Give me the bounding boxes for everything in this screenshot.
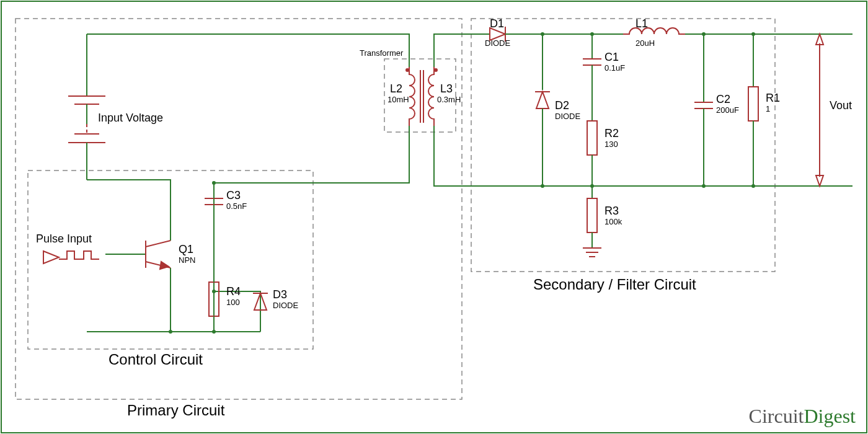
- r1-ref: R1: [766, 92, 780, 105]
- d3-val: DIODE: [273, 301, 298, 310]
- r3-val: 100k: [604, 217, 622, 226]
- svg-line-34: [146, 241, 170, 247]
- q1-ref: Q1: [179, 243, 193, 256]
- schematic-canvas: [0, 0, 868, 434]
- input-voltage-label: Input Voltage: [98, 112, 163, 125]
- svg-rect-4: [471, 19, 775, 272]
- transformer-label: Transformer: [360, 48, 403, 58]
- c3-val: 0.5nF: [226, 202, 247, 211]
- d3-ref: D3: [273, 288, 287, 301]
- d1-val: DIODE: [485, 38, 510, 48]
- l3-ref: L3: [440, 82, 453, 95]
- q1-val: NPN: [179, 255, 195, 265]
- r1-val: 1: [766, 104, 770, 113]
- d1-ref: D1: [490, 17, 504, 30]
- svg-point-8: [435, 69, 437, 71]
- r4-val: 100: [226, 298, 240, 307]
- svg-rect-25: [587, 121, 597, 155]
- r3-ref: R3: [604, 205, 619, 218]
- control-title: Control Circuit: [108, 351, 203, 368]
- d2-val: DIODE: [555, 112, 580, 121]
- c2-ref: C2: [716, 93, 730, 106]
- l2-val: 10mH: [388, 95, 409, 104]
- svg-rect-28: [748, 87, 758, 121]
- pulse-input-label: Pulse Input: [36, 232, 92, 246]
- r2-val: 130: [604, 140, 618, 149]
- d2-ref: D2: [555, 99, 569, 112]
- primary-title: Primary Circuit: [127, 402, 224, 419]
- c3-ref: C3: [226, 189, 241, 202]
- c1-val: 0.1uF: [604, 63, 625, 73]
- l1-ref: L1: [636, 17, 648, 30]
- r4-ref: R4: [226, 285, 241, 298]
- r2-ref: R2: [604, 127, 619, 140]
- c1-ref: C1: [604, 51, 619, 64]
- l2-ref: L2: [390, 82, 402, 95]
- svg-point-20: [169, 330, 172, 334]
- l3-val: 0.3mH: [437, 95, 461, 104]
- secondary-title: Secondary / Filter Circuit: [533, 276, 696, 293]
- vout-label: Vout: [830, 99, 852, 112]
- logo: CircuitDigest: [749, 405, 856, 428]
- c2-val: 200uF: [716, 105, 739, 115]
- l1-val: 20uH: [636, 38, 655, 48]
- svg-point-7: [406, 69, 409, 71]
- svg-rect-29: [587, 198, 597, 232]
